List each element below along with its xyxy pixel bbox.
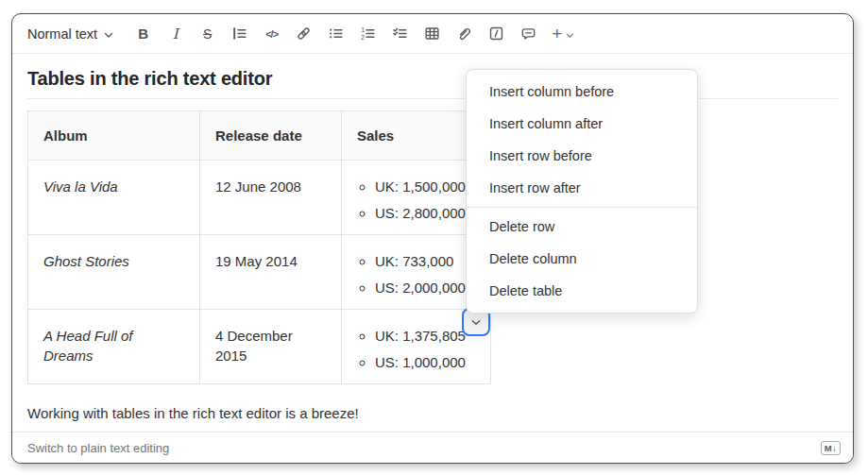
block-quote-button[interactable] xyxy=(230,25,248,43)
page-title: Tables in the rich text editor xyxy=(27,67,838,90)
column-header-album[interactable]: Album xyxy=(28,111,200,161)
sales-item: US: 2,800,000 xyxy=(375,203,475,223)
sales-list: UK: 1,500,000 US: 2,800,000 xyxy=(357,177,475,223)
sales-item: US: 2,000,000 xyxy=(375,278,475,297)
menu-item-insert-column-after[interactable]: Insert column after xyxy=(467,108,697,140)
insert-table-button[interactable] xyxy=(423,25,441,43)
editor-content[interactable]: Tables in the rich text editor Album Rel… xyxy=(12,54,853,423)
menu-item-insert-column-before[interactable]: Insert column before xyxy=(467,76,697,108)
table-header-row: Album Release date Sales xyxy=(28,111,491,161)
editor-toolbar: Normal text B I S </> xyxy=(12,14,853,54)
menu-divider xyxy=(467,207,697,208)
cell-release-date[interactable]: 12 June 2008 xyxy=(200,161,342,235)
cell-album[interactable]: A Head Full of Dreams xyxy=(28,310,200,384)
numbered-list-button[interactable]: 1 2 xyxy=(359,25,377,43)
to-do-list-icon xyxy=(392,25,408,42)
markdown-badge: M↓ xyxy=(821,441,841,455)
closing-paragraph: Working with tables in the rich text edi… xyxy=(27,404,838,423)
strikethrough-button[interactable]: S xyxy=(198,25,216,43)
menu-item-delete-row[interactable]: Delete row xyxy=(467,211,697,243)
italic-icon: I xyxy=(173,25,179,42)
to-do-list-button[interactable] xyxy=(391,25,409,43)
code-block-button[interactable] xyxy=(487,25,505,43)
plus-icon: + xyxy=(552,25,562,42)
code-block-icon xyxy=(488,25,504,42)
menu-item-delete-column[interactable]: Delete column xyxy=(467,243,697,275)
link-button[interactable] xyxy=(295,25,313,43)
cell-release-date[interactable]: 19 May 2014 xyxy=(200,235,342,310)
comment-button[interactable] xyxy=(519,25,537,43)
chevron-down-icon xyxy=(470,317,482,328)
strikethrough-icon: S xyxy=(203,26,212,42)
comment-icon xyxy=(520,25,536,42)
menu-item-delete-table[interactable]: Delete table xyxy=(467,275,697,307)
editor-statusbar: Switch to plain text editing M↓ xyxy=(12,432,853,463)
insert-more-dropdown[interactable]: + xyxy=(552,25,574,42)
svg-text:1: 1 xyxy=(361,26,365,33)
sales-item: UK: 733,000 xyxy=(375,251,475,271)
title-divider xyxy=(27,98,838,99)
sales-item: UK: 1,500,000 xyxy=(375,177,475,196)
menu-item-insert-row-after[interactable]: Insert row after xyxy=(467,172,697,204)
code-icon: </> xyxy=(265,28,278,40)
table-row: Viva la Vida 12 June 2008 UK: 1,500,000 … xyxy=(28,161,491,235)
chevron-down-icon xyxy=(104,26,113,42)
code-button[interactable]: </> xyxy=(263,25,281,43)
albums-table: Album Release date Sales Viva la Vida 12… xyxy=(27,110,491,384)
menu-item-insert-row-before[interactable]: Insert row before xyxy=(467,140,697,172)
paragraph-style-dropdown[interactable]: Normal text xyxy=(27,26,113,42)
paragraph-style-label: Normal text xyxy=(27,26,97,42)
cell-album[interactable]: Ghost Stories xyxy=(28,235,200,310)
table-row: Ghost Stories 19 May 2014 UK: 733,000 US… xyxy=(28,235,491,310)
sales-list: UK: 1,375,805 US: 1,000,000 xyxy=(357,326,475,372)
italic-button[interactable]: I xyxy=(166,25,184,43)
insert-table-icon xyxy=(424,25,440,42)
svg-text:2: 2 xyxy=(361,34,365,41)
sales-item: US: 1,000,000 xyxy=(375,352,475,372)
sales-item: UK: 1,375,805 xyxy=(375,326,475,346)
cell-release-date[interactable]: 4 December 2015 xyxy=(200,310,342,384)
attachment-icon xyxy=(456,25,472,42)
bold-icon: B xyxy=(138,25,148,42)
bold-button[interactable]: B xyxy=(134,25,152,43)
sales-list: UK: 733,000 US: 2,000,000 xyxy=(357,251,475,297)
link-icon xyxy=(296,25,312,42)
rich-text-editor-window: Normal text B I S </> xyxy=(11,13,854,464)
table-row: A Head Full of Dreams 4 December 2015 UK… xyxy=(28,310,491,384)
cell-album[interactable]: Viva la Vida xyxy=(28,161,200,235)
table-context-menu: Insert column before Insert column after… xyxy=(466,69,698,314)
bulleted-list-button[interactable] xyxy=(327,25,345,43)
block-quote-icon xyxy=(231,25,247,42)
attachment-button[interactable] xyxy=(455,25,473,43)
switch-to-plain-text-link[interactable]: Switch to plain text editing xyxy=(27,441,169,455)
column-header-release-date[interactable]: Release date xyxy=(200,111,342,161)
numbered-list-icon: 1 2 xyxy=(360,25,376,42)
bulleted-list-icon xyxy=(328,25,344,42)
chevron-down-icon xyxy=(566,25,574,42)
